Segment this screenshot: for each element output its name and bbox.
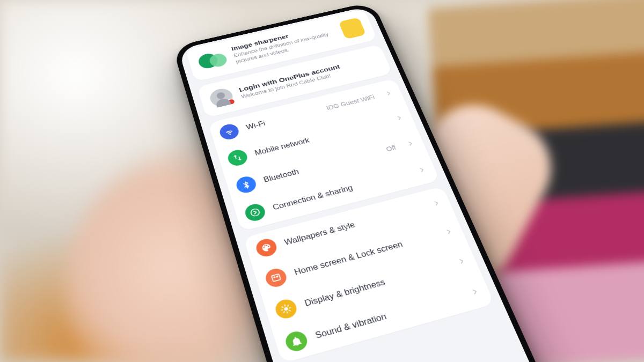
chevron-right-icon — [384, 89, 394, 97]
image-sharpener-icon — [196, 47, 230, 73]
notification-dot-icon — [226, 98, 237, 106]
row-wifi-value: IDG Guest WiFi — [325, 93, 375, 111]
display-icon — [273, 297, 299, 320]
wallpaper-icon — [254, 237, 279, 258]
chevron-right-icon — [394, 114, 405, 122]
chevron-right-icon — [416, 165, 427, 174]
promo-chip-icon — [339, 17, 367, 39]
chevron-right-icon — [469, 286, 481, 297]
chevron-right-icon — [431, 198, 442, 208]
sound-icon — [283, 329, 310, 353]
wifi-icon — [218, 122, 240, 141]
homescreen-icon — [264, 267, 289, 289]
chevron-right-icon — [456, 256, 467, 265]
avatar-icon — [208, 86, 235, 108]
chevron-right-icon — [443, 227, 455, 237]
connshare-icon — [243, 202, 267, 223]
mobile-icon — [226, 148, 249, 167]
row-bluetooth-value: Off — [385, 144, 397, 152]
bluetooth-icon — [235, 174, 258, 194]
chevron-right-icon — [405, 139, 416, 147]
